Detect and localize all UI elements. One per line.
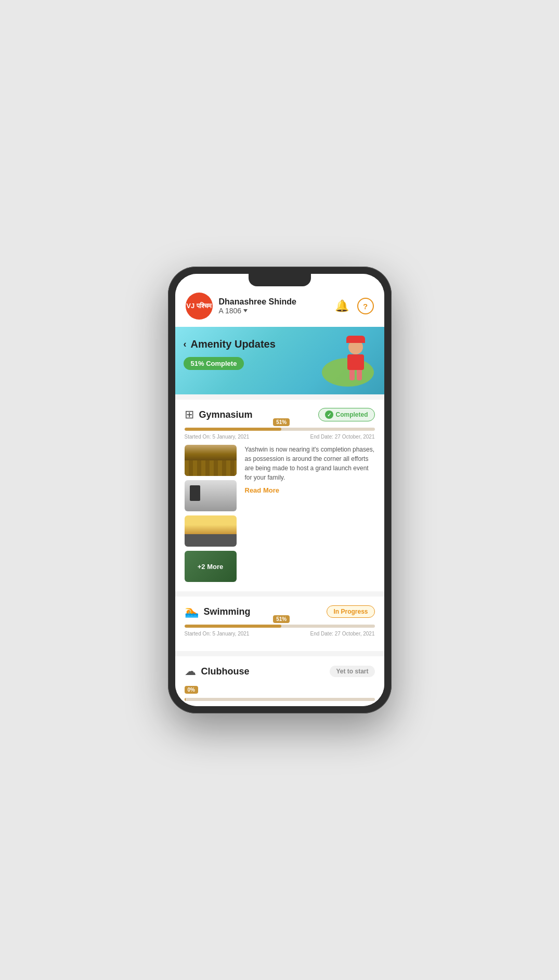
chevron-down-icon [243, 309, 248, 312]
clubhouse-progress-area: 0% [185, 684, 375, 701]
clubhouse-title-group: ☁ Clubhouse [185, 665, 250, 678]
completion-badge: 51% Complete [184, 357, 244, 370]
swimming-end-date: End Date: 27 October, 2021 [310, 631, 375, 637]
swimming-icon: 🏊 [185, 605, 199, 618]
swimming-progress-bar [185, 625, 375, 628]
user-name: Dhanashree Shinde [219, 297, 329, 307]
clubhouse-title: Clubhouse [201, 666, 250, 677]
phone-notch [249, 274, 311, 286]
gymnasium-section: ⊞ Gymnasium Completed 51% Started On: 5 … [175, 400, 384, 591]
banner-illustration [306, 335, 379, 387]
gymnasium-icon: ⊞ [185, 408, 194, 421]
swimming-progress-fill [185, 625, 282, 628]
banner-title: ‹ Amenity Updates [184, 338, 276, 350]
gymnasium-start-date: Started On: 5 January, 2021 [185, 434, 250, 440]
gymnasium-progress-label: 51% [273, 418, 290, 426]
clubhouse-icon: ☁ [185, 665, 196, 678]
back-arrow-icon[interactable]: ‹ [184, 339, 187, 350]
gymnasium-progress-fill [185, 428, 282, 431]
gymnasium-status-badge: Completed [318, 408, 374, 421]
clubhouse-progress-label: 0% [185, 686, 198, 694]
user-info: Dhanashree Shinde A 1806 [219, 297, 329, 315]
gymnasium-images: +2 More [185, 445, 237, 582]
header-icons: 🔔 ? [335, 298, 374, 314]
bell-icon[interactable]: 🔔 [335, 299, 349, 313]
gymnasium-description: Yashwin is now nearing it's completion p… [243, 445, 375, 582]
clubhouse-progress-bar [185, 698, 375, 701]
gymnasium-image-2[interactable] [185, 480, 237, 511]
gymnasium-image-3[interactable] [185, 515, 237, 547]
swimming-progress-container: 51% [185, 625, 375, 628]
gymnasium-end-date: End Date: 27 October, 2021 [310, 434, 375, 440]
gymnasium-progress-bar [185, 428, 375, 431]
gymnasium-title: Gymnasium [199, 409, 253, 420]
gymnasium-title-group: ⊞ Gymnasium [185, 408, 253, 421]
help-button[interactable]: ? [357, 298, 374, 314]
gymnasium-dates: Started On: 5 January, 2021 End Date: 27… [185, 434, 375, 440]
gymnasium-description-text: Yashwin is now nearing it's completion p… [245, 445, 375, 482]
swimming-title: Swimming [204, 606, 251, 617]
swimming-start-date: Started On: 5 January, 2021 [185, 631, 250, 637]
phone-frame: VJ पश्चिम Dhanashree Shinde A 1806 🔔 ? ‹ [168, 267, 392, 713]
read-more-button[interactable]: Read More [245, 486, 279, 494]
swimming-progress-label: 51% [273, 615, 290, 623]
phone-screen: VJ पश्चिम Dhanashree Shinde A 1806 🔔 ? ‹ [175, 274, 384, 706]
swimming-title-group: 🏊 Swimming [185, 605, 251, 618]
gymnasium-image-more[interactable]: +2 More [185, 551, 237, 582]
gymnasium-image-1[interactable] [185, 445, 237, 476]
amenity-banner: ‹ Amenity Updates 51% Complete [175, 327, 384, 394]
gymnasium-content: +2 More Yashwin is now nearing it's comp… [185, 445, 375, 582]
screen-content[interactable]: VJ पश्चिम Dhanashree Shinde A 1806 🔔 ? ‹ [175, 274, 384, 706]
clubhouse-progress-fill [185, 698, 186, 701]
clubhouse-status-badge: Yet to start [330, 666, 374, 677]
unit-selector[interactable]: A 1806 [219, 307, 329, 315]
swimming-section: 🏊 Swimming In Progress 51% Started On: 5… [175, 597, 384, 651]
app-logo: VJ पश्चिम [186, 293, 213, 320]
gymnasium-progress-container: 51% [185, 428, 375, 431]
swimming-dates: Started On: 5 January, 2021 End Date: 27… [185, 631, 375, 637]
swimming-status-badge: In Progress [327, 605, 374, 618]
clubhouse-header: ☁ Clubhouse Yet to start [185, 665, 375, 678]
clubhouse-section: ☁ Clubhouse Yet to start 0% [175, 656, 384, 706]
